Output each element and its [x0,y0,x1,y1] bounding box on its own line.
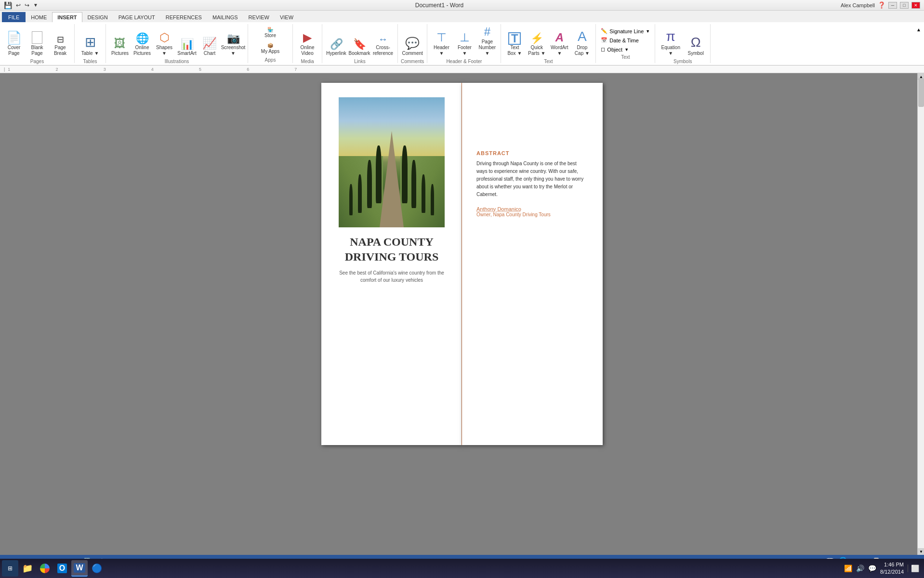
text-box-button[interactable]: T TextBox ▼ [504,25,525,58]
page-number-button[interactable]: # PageNumber ▼ [476,25,498,58]
maximize-button[interactable]: □ [900,2,909,9]
quick-access-more[interactable]: ▼ [33,2,38,8]
taskbar-app-word[interactable]: W [71,560,88,577]
ribbon-group-media: ▶ OnlineVideo Media [293,24,322,63]
tab-file[interactable]: FILE [2,12,26,22]
cover-page-icon: 📄 [6,31,22,44]
screenshot-icon: 📷 [227,32,240,45]
ribbon-group-tables: ⊞ Table ▼ Tables [75,24,106,63]
bookmark-button[interactable]: 🔖 Bookmark [348,25,370,58]
apps-stacked: 🏪 Store 📦 My Apps [251,25,290,56]
scroll-down-button[interactable]: ▼ [918,548,924,555]
ribbon-group-pages: 📄 Cover Page BlankPage ⊟ PageBreak Pages [0,24,75,63]
symbol-icon: Ω [691,34,701,51]
header-icon: ⊤ [436,31,447,45]
quick-save-icon[interactable]: 💾 [4,1,12,9]
symbols-group-label: Symbols [673,59,692,64]
date-time-button[interactable]: 📅 Date & Time [599,36,652,44]
signature-line-button[interactable]: ✏️ Signature Line ▼ [599,27,652,35]
windows-logo: ⊞ [8,565,13,572]
undo-icon[interactable]: ↩ [16,2,21,9]
ruler: | 1234567 [0,66,924,73]
chart-button[interactable]: 📈 Chart [198,25,221,58]
tab-review[interactable]: REVIEW [243,12,275,22]
clock-time: 1:46 PM [880,561,904,568]
comment-button[interactable]: 💬 Comment [401,25,423,58]
table-button[interactable]: ⊞ Table ▼ [78,25,103,58]
left-page-content: NAPA COUNTY DRIVING TOURS See the best o… [321,83,462,293]
start-button[interactable]: ⊞ [2,560,18,577]
shapes-icon: ⬡ [159,31,170,45]
shapes-button[interactable]: ⬡ Shapes ▼ [153,25,175,58]
redo-icon[interactable]: ↪ [25,2,29,9]
help-icon[interactable]: ❓ [878,1,885,9]
my-apps-icon: 📦 [267,43,273,49]
network-icon[interactable]: 📶 [844,565,852,572]
ribbon-group-links: 🔗 Hyperlink 🔖 Bookmark ↔ Cross-reference… [322,24,398,63]
drop-cap-icon: A [578,28,587,45]
notification-icon[interactable]: 💬 [868,565,876,572]
object-button[interactable]: ◻ Object ▼ [599,45,652,53]
header-footer-group-label: Header & Footer [446,59,482,64]
footer-button[interactable]: ⊥ Footer ▼ [453,25,475,58]
taskbar-app-misc[interactable]: 🔵 [89,560,105,577]
smartart-button[interactable]: 📊 SmartArt [176,25,198,58]
quick-parts-button[interactable]: ⚡ QuickParts ▼ [526,25,547,58]
hyperlink-button[interactable]: 🔗 Hyperlink [325,25,347,58]
pictures-button[interactable]: 🖼 Pictures [109,25,131,58]
vertical-scrollbar[interactable]: ▲ ▼ [917,73,924,555]
misc-icon: 🔵 [92,563,102,574]
tree-l3 [358,174,362,213]
media-group-label: Media [301,59,314,64]
tables-group-label: Tables [83,59,97,64]
screenshot-button[interactable]: 📷 Screenshot ▼ [222,25,245,58]
pages-buttons: 📄 Cover Page BlankPage ⊟ PageBreak [3,25,71,58]
equation-button[interactable]: π Equation ▼ [658,25,683,58]
taskbar-app-chrome[interactable] [37,560,53,577]
online-video-icon: ▶ [303,31,312,45]
show-desktop-button[interactable]: ⬜ [908,565,919,572]
document-area: NAPA COUNTY DRIVING TOURS See the best o… [0,73,924,555]
ribbon-collapse-btn[interactable]: ▲ [913,24,924,63]
online-video-button[interactable]: ▶ OnlineVideo [296,25,319,58]
ribbon-group-apps: 🏪 Store 📦 My Apps Apps [248,24,293,63]
tab-view[interactable]: VIEW [275,12,299,22]
tab-home[interactable]: HOME [26,12,52,22]
signature-line-icon: ✏️ [601,28,607,34]
wordart-button[interactable]: A WordArt ▼ [548,25,570,58]
online-pictures-button[interactable]: 🌐 OnlinePictures [132,25,152,58]
tab-design[interactable]: DESIGN [82,12,113,22]
tab-insert[interactable]: INSERT [52,12,82,22]
system-clock[interactable]: 1:46 PM 8/12/2014 [880,561,904,576]
blank-page-button[interactable]: BlankPage [26,25,48,58]
volume-icon[interactable]: 🔊 [856,565,864,572]
cover-page-button[interactable]: 📄 Cover Page [3,25,25,58]
tab-references[interactable]: REFERENCES [160,12,207,22]
table-icon: ⊞ [85,34,96,51]
tab-page-layout[interactable]: PAGE LAYOUT [113,12,160,22]
document-subtitle: See the best of California's wine countr… [331,269,452,284]
tree-r2 [411,160,416,208]
header-button[interactable]: ⊤ Header ▼ [430,25,452,58]
chart-icon: 📈 [202,37,217,51]
close-button[interactable]: ✕ [911,2,920,9]
page-break-button[interactable]: ⊟ PageBreak [49,25,71,58]
scrollbar-thumb[interactable] [918,78,924,107]
my-apps-button[interactable]: 📦 My Apps [251,41,290,56]
hyperlink-icon: 🔗 [330,38,343,51]
store-button[interactable]: 🏪 Store [251,25,290,40]
comments-group-label: Comments [401,59,424,64]
cross-reference-button[interactable]: ↔ Cross-reference [371,25,395,58]
apps-group-label: Apps [265,57,276,63]
ribbon-group-illustrations: 🖼 Pictures 🌐 OnlinePictures ⬡ Shapes ▼ 📊… [106,24,248,63]
symbol-button[interactable]: Ω Symbol [684,25,707,58]
taskbar-app-outlook[interactable]: O [54,560,70,577]
drop-cap-button[interactable]: A DropCap ▼ [571,25,593,58]
file-explorer-icon: 📁 [22,563,33,574]
minimize-button[interactable]: ─ [888,2,897,9]
tab-mailings[interactable]: MAILINGS [207,12,243,22]
taskbar-app-file-explorer[interactable]: 📁 [19,560,36,577]
abstract-label: ABSTRACT [476,150,588,156]
taskbar-right: 📶 🔊 💬 1:46 PM 8/12/2014 ⬜ [844,561,922,576]
document-title: NAPA COUNTY DRIVING TOURS [345,235,439,264]
